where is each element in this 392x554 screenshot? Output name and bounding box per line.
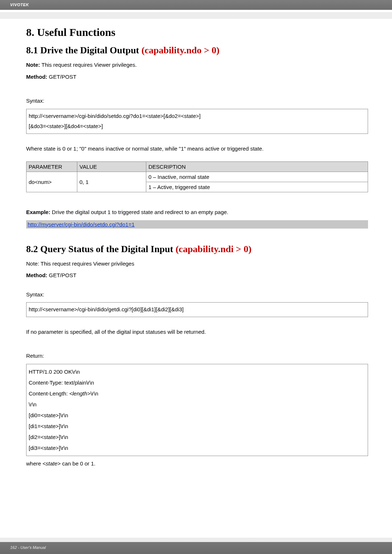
return-line: \r\n (29, 399, 366, 410)
table-row: do<num> 0, 1 0 – Inactive, normal state (26, 172, 368, 182)
return-line: Content-Length: <length>\r\n (29, 388, 366, 399)
note-label: Note: (26, 62, 40, 68)
return-line: [di0=<state>]\r\n (29, 410, 366, 421)
method-label: Method: (26, 74, 47, 80)
return-label: Return: (26, 352, 368, 360)
return-line: [di1=<state>]\r\n (29, 421, 366, 432)
syntax-label-8-2: Syntax: (26, 291, 368, 299)
cell-value: 0, 1 (77, 172, 146, 192)
where-8-2: where <state> can be 0 or 1. (26, 460, 368, 468)
params-table-8-1: PARAMETER VALUE DESCRIPTION do<num> 0, 1… (26, 161, 368, 192)
syntax-line-1: http://<servername>/cgi-bin/dido/setdo.c… (29, 111, 366, 122)
brand-text: VIVOTEK (10, 3, 29, 7)
example-label: Example: (26, 209, 50, 215)
syntax-label-8-1: Syntax: (26, 97, 368, 105)
method-text-2: GET/POST (47, 272, 76, 278)
cell-desc-2: 1 – Active, triggered state (146, 182, 368, 192)
heading-8: 8. Useful Functions (26, 26, 368, 38)
heading-8-2-capability: (capability.ndi > 0) (176, 244, 252, 254)
syntax-table-8-1: http://<servername>/cgi-bin/dido/setdo.c… (26, 109, 368, 134)
return-line: HTTP/1.0 200 OK\r\n (29, 366, 366, 377)
syntax-line-2: [&do3=<state>][&do4=<state>] (29, 121, 366, 132)
page-sheet: VIVOTEK 8. Useful Functions 8.1 Drive th… (0, 0, 392, 554)
syntax-cell-8-2: http://<servername>/cgi-bin/dido/getdi.c… (26, 303, 368, 317)
example-text: Drive the digital output 1 to triggered … (50, 209, 228, 215)
heading-8-1: 8.1 Drive the Digital Output (capability… (26, 45, 368, 56)
method-8-2: Method: GET/POST (26, 271, 368, 280)
return-line: [di2=<state>]\r\n (29, 432, 366, 443)
footer-text: 162 - User's Manual (10, 545, 46, 550)
heading-8-1-capability: (capability.ndo > 0) (142, 45, 220, 56)
heading-8-1-plain: 8.1 Drive the Digital Output (26, 45, 142, 56)
where-8-1: Where state is 0 or 1; "0" means inactiv… (26, 145, 368, 153)
return-line: Content-Type: text/plain\r\n (29, 377, 366, 388)
col-description: DESCRIPTION (146, 162, 368, 172)
cell-param: do<num> (26, 172, 77, 192)
syntax-table-8-2: http://<servername>/cgi-bin/dido/getdi.c… (26, 302, 368, 317)
noparam-8-2: If no parameter is specified, all of the… (26, 328, 368, 336)
content-area: 8. Useful Functions 8.1 Drive the Digita… (0, 19, 392, 468)
example-8-1: Example: Drive the digital output 1 to t… (26, 208, 368, 217)
col-parameter: PARAMETER (26, 162, 77, 172)
brand-bar: VIVOTEK (0, 0, 392, 10)
note-text: This request requires Viewer privileges. (40, 62, 136, 68)
method-label-2: Method: (26, 272, 47, 278)
return-line: [di3=<state>]\r\n (29, 443, 366, 454)
page-footer: 162 - User's Manual (0, 542, 392, 554)
method-8-1: Method: GET/POST (26, 73, 368, 81)
syntax-cell-8-1: http://<servername>/cgi-bin/dido/setdo.c… (26, 109, 368, 134)
col-value: VALUE (77, 162, 146, 172)
heading-8-2-plain: 8.2 Query Status of the Digital Input (26, 244, 176, 254)
note-8-2: Note: This request requires Viewer privi… (26, 260, 368, 268)
heading-8-2: 8.2 Query Status of the Digital Input (c… (26, 244, 368, 255)
method-text: GET/POST (47, 74, 76, 80)
return-box: HTTP/1.0 200 OK\r\n Content-Type: text/p… (26, 364, 368, 456)
example-link[interactable]: http://myserver/cgi-bin/dido/setdo.cgi?d… (28, 221, 135, 227)
note-8-1: Note: This request requires Viewer privi… (26, 61, 368, 69)
table-header-row: PARAMETER VALUE DESCRIPTION (26, 162, 368, 172)
example-link-bar: http://myserver/cgi-bin/dido/setdo.cgi?d… (26, 220, 368, 229)
cell-desc-1: 0 – Inactive, normal state (146, 172, 368, 182)
accent-bar (0, 12, 392, 19)
